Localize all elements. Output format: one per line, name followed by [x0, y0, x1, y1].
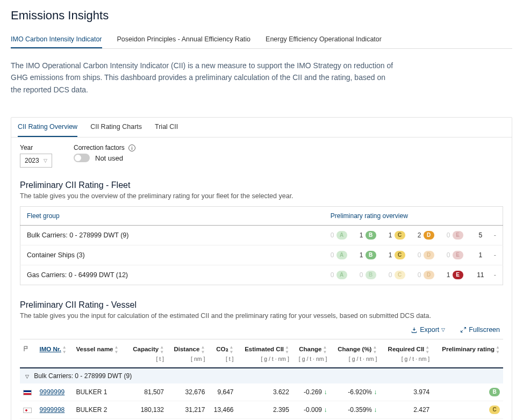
rating-badge-d: D — [424, 251, 434, 259]
rating-badge-a: A — [336, 251, 347, 259]
cell-co2: 13,466 — [208, 401, 237, 419]
tabs-primary: IMO Carbon Intensity IndicatorPoseidon P… — [11, 31, 512, 49]
table-row[interactable]: 9999999BULKER 181,50732,6769,6473.622-0.… — [20, 383, 503, 401]
cell-required: 3.974 — [380, 383, 433, 401]
year-label: Year — [20, 144, 52, 151]
rating-badge-e: E — [453, 251, 463, 259]
rating-badge-b: B — [489, 388, 500, 396]
correction-value: Not used — [95, 154, 123, 162]
col-flag[interactable] — [20, 339, 37, 368]
cell-imo: 9999999 — [37, 383, 73, 401]
col-cap[interactable]: Capacity▲▼[ t ] — [126, 339, 167, 368]
cell-prelim: C — [433, 401, 503, 419]
chevron-down-icon: ▽ — [44, 158, 47, 163]
rating-badge-d: D — [424, 231, 434, 240]
cell-distance: 31,217 — [167, 401, 208, 419]
cell-name: BULKER 2 — [73, 401, 126, 419]
cell-co2: 9,647 — [208, 383, 237, 401]
cell-distance: 32,676 — [167, 383, 208, 401]
cell-change-pct: -0.359% ↓ — [330, 401, 380, 419]
fleet-subtitle: The table gives you the overview of the … — [20, 192, 503, 200]
vessel-subtitle: The table gives you the input for calcul… — [20, 312, 503, 320]
rating-badge-a: A — [336, 231, 347, 240]
fleet-col-group: Fleet group — [20, 207, 324, 226]
col-name[interactable]: Vessel name▲▼ — [73, 339, 126, 368]
fleet-table: Fleet group Preliminary rating overview … — [20, 206, 503, 285]
tab-overview[interactable]: CII Rating Overview — [18, 118, 77, 137]
chevron-down-icon: ▽ — [25, 374, 29, 379]
panel: CII Rating OverviewCII Rating ChartsTria… — [11, 117, 512, 420]
flag-icon — [23, 390, 32, 395]
cell-estimated: 3.622 — [237, 383, 292, 401]
cell-flag — [20, 401, 37, 419]
cell-change: -0.269 ↓ — [292, 383, 330, 401]
tab-cii[interactable]: IMO Carbon Intensity Indicator — [11, 31, 102, 48]
tab-eeoi[interactable]: Energy Efficiency Operational Indicator — [266, 31, 382, 48]
rating-overview: 0A0B0C0D1E11- — [324, 265, 503, 285]
year-select[interactable]: 2023 ▽ — [20, 154, 52, 168]
cell-change-pct: -6.920% ↓ — [330, 383, 380, 401]
fleet-title: Preliminary CII Rating - Fleet — [20, 180, 503, 190]
fleet-row[interactable]: Gas Carriers: 0 - 64999 DWT (12)0A0B0C0D… — [20, 265, 503, 285]
group-row[interactable]: ▽ Bulk Carriers: 0 - 278999 DWT (9) — [20, 368, 503, 383]
cell-capacity: 81,507 — [126, 383, 167, 401]
export-icon — [411, 327, 418, 334]
imo-link[interactable]: 9999998 — [40, 406, 65, 414]
cell-required: 2.427 — [380, 401, 433, 419]
flag-icon — [23, 345, 30, 352]
intro-text: The IMO Operational Carbon Intensity Ind… — [11, 60, 398, 96]
info-icon[interactable]: i — [128, 144, 135, 151]
col-est[interactable]: Estimated CII▲▼[ g / t · nm ] — [237, 339, 292, 368]
page-title: Emissions Insights — [11, 9, 512, 23]
correction-toggle[interactable] — [74, 154, 90, 162]
imo-link[interactable]: 9999999 — [40, 388, 65, 396]
cell-estimated: 2.395 — [237, 401, 292, 419]
rating-overview: 0A1B1C2D0E5- — [324, 226, 503, 245]
rating-badge-d: D — [424, 271, 434, 279]
fullscreen-icon — [460, 327, 467, 333]
col-preliminary[interactable]: Preliminary rating▲▼ — [433, 339, 503, 368]
col-chgp[interactable]: Change (%)▲▼[ g / t · nm ] — [330, 339, 380, 368]
rating-badge-b: B — [366, 251, 376, 259]
cell-name: BULKER 1 — [73, 383, 126, 401]
rating-badge-c: C — [489, 405, 500, 414]
chevron-down-icon: ▽ — [441, 327, 445, 332]
fleet-group-name: Bulk Carriers: 0 - 278999 DWT (9) — [20, 226, 324, 245]
table-row[interactable]: 9999998BULKER 2180,13231,21713,4662.395-… — [20, 401, 503, 419]
rating-badge-b: B — [366, 231, 376, 240]
rating-badge-e: E — [453, 231, 463, 240]
vessel-table: IMO Nr.▲▼Vessel name▲▼Capacity▲▼[ t ]Dis… — [20, 339, 503, 420]
fleet-col-overview: Preliminary rating overview — [324, 207, 503, 226]
fleet-row[interactable]: Container Ships (3)0A1B1C0D0E1- — [20, 245, 503, 265]
correction-label: Correction factors i — [74, 144, 135, 151]
export-button[interactable]: Export ▽ — [411, 326, 445, 334]
year-value: 2023 — [25, 157, 39, 164]
rating-badge-b: B — [366, 271, 376, 279]
rating-badge-c: C — [395, 271, 405, 279]
cell-flag — [20, 383, 37, 401]
col-imo[interactable]: IMO Nr.▲▼ — [37, 339, 73, 368]
fleet-group-name: Gas Carriers: 0 - 64999 DWT (12) — [20, 265, 324, 285]
col-req[interactable]: Required CII▲▼[ g / t · nm ] — [380, 339, 433, 368]
col-co2[interactable]: CO₂▲▼[ t ] — [208, 339, 237, 368]
tab-trial[interactable]: Trial CII — [155, 118, 178, 137]
tab-charts[interactable]: CII Rating Charts — [90, 118, 142, 137]
cell-imo: 9999998 — [37, 401, 73, 419]
col-dist[interactable]: Distance▲▼[ nm ] — [167, 339, 208, 368]
fleet-group-name: Container Ships (3) — [20, 245, 324, 265]
vessel-title: Preliminary CII Rating - Vessel — [20, 300, 503, 310]
fullscreen-button[interactable]: Fullscreen — [460, 326, 500, 334]
rating-badge-e: E — [453, 271, 463, 279]
rating-badge-c: C — [395, 231, 405, 240]
rating-overview: 0A1B1C0D0E1- — [324, 245, 503, 265]
tab-poseidon[interactable]: Poseidon Principles - Annual Efficiency … — [117, 31, 251, 48]
cell-change: -0.009 ↓ — [292, 401, 330, 419]
col-chg[interactable]: Change▲▼[ g / t · nm ] — [292, 339, 330, 368]
fleet-row[interactable]: Bulk Carriers: 0 - 278999 DWT (9)0A1B1C2… — [20, 226, 503, 245]
tabs-secondary: CII Rating OverviewCII Rating ChartsTria… — [11, 118, 512, 137]
rating-badge-a: A — [336, 271, 347, 279]
flag-icon — [23, 408, 32, 413]
cell-prelim: B — [433, 383, 503, 401]
cell-capacity: 180,132 — [126, 401, 167, 419]
rating-badge-c: C — [395, 251, 405, 259]
